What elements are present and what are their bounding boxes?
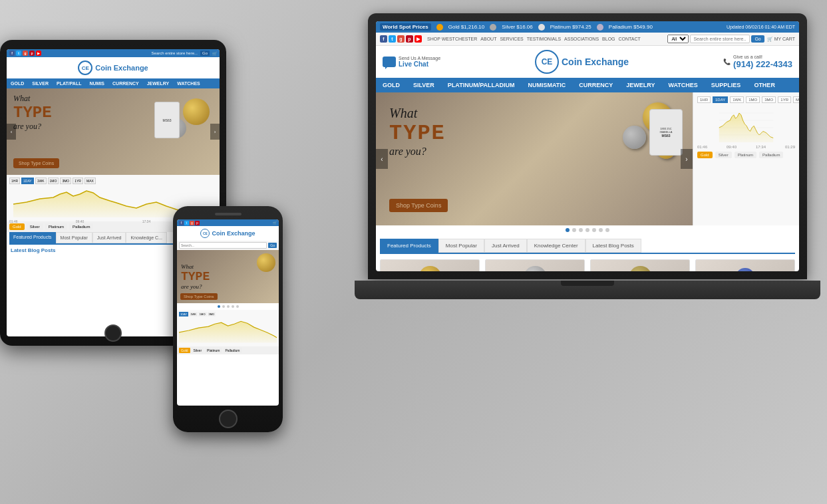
tf-1day[interactable]: 1DAY (713, 96, 728, 103)
tf-3mo[interactable]: 3MO (762, 96, 776, 103)
tab-nav-watches[interactable]: WATCHES (173, 78, 204, 88)
phone-dot-1[interactable] (218, 305, 220, 308)
phone-cart-icon[interactable]: 🛒 (273, 221, 277, 225)
facebook-icon[interactable]: f (380, 35, 387, 43)
tab-tf-3mo[interactable]: 3MO (60, 178, 71, 184)
phone-tf-1mo[interactable]: 1MO (198, 312, 207, 316)
tab-metal-platinum[interactable]: Platinum (45, 223, 67, 230)
nav-numismatic[interactable]: NUMISMATIC (522, 78, 573, 92)
phone-tf-1wk[interactable]: 1WK (189, 312, 198, 316)
tab-knowledge[interactable]: Knowledge Center (527, 239, 585, 253)
phone-metal-gold[interactable]: Gold (179, 348, 190, 353)
tab-tf-1yr[interactable]: 1YR (73, 178, 83, 184)
dot-2[interactable] (572, 228, 576, 232)
metal-palladium-tab[interactable]: Palladium (759, 152, 783, 158)
tablet-go-btn[interactable]: Go (200, 51, 210, 56)
tab-metal-gold[interactable]: Gold (9, 223, 25, 230)
phone-home-button[interactable] (219, 410, 238, 428)
phone-fb-icon[interactable]: f (179, 221, 184, 225)
tab-nav-num[interactable]: NUMIS (85, 78, 108, 88)
phone-metal-platinum[interactable]: Platinum (205, 348, 222, 353)
twitter-icon[interactable]: t (389, 35, 396, 43)
pinterest-icon[interactable]: p (406, 35, 413, 43)
tab-nav-currency[interactable]: CURRENCY (108, 78, 143, 88)
tab-arrived[interactable]: Just Arrived (484, 239, 527, 253)
tablet-shop-btn[interactable]: Shop Type Coins (13, 158, 59, 168)
youtube-icon[interactable]: ▶ (414, 35, 422, 43)
phone-pi-icon[interactable]: p (195, 221, 200, 225)
phone-tf-1day[interactable]: 1DAY (179, 312, 188, 316)
tab-metal-silver[interactable]: Silver (27, 223, 43, 230)
search-go-button[interactable]: Go (751, 35, 764, 43)
metal-platinum-tab[interactable]: Platinum (735, 152, 756, 158)
tab-nav-platinum[interactable]: PLAT/PALL (53, 78, 85, 88)
associations-link[interactable]: ASSOCIATIONS (564, 37, 599, 41)
phone-tf-3mo[interactable]: 3MO (208, 312, 216, 316)
dot-1[interactable] (566, 228, 570, 232)
nav-gold[interactable]: GOLD (376, 78, 407, 92)
tab-pi-icon[interactable]: p (29, 51, 35, 56)
phone-metal-palladium[interactable]: Palladium (224, 348, 242, 353)
live-chat-area[interactable]: Send Us A Message Live Chat (383, 56, 440, 68)
services-link[interactable]: SERVICES (500, 37, 523, 41)
tab-popular[interactable]: Most Popular (438, 239, 484, 253)
nav-other[interactable]: OTHER (747, 78, 782, 92)
tab-prod-arrived[interactable]: Just Arrived (92, 232, 126, 243)
tab-blog[interactable]: Latest Blog Posts (585, 239, 641, 253)
tab-tf-1day[interactable]: 1DAY (21, 178, 34, 184)
phone-dot-5[interactable] (236, 305, 239, 308)
tab-prod-popular[interactable]: Most Popular (56, 232, 92, 243)
shop-link[interactable]: SHOP WESTCHESTER (427, 37, 477, 41)
phone-gp-icon[interactable]: g (190, 221, 194, 225)
nav-jewelry[interactable]: JEWELRY (619, 78, 661, 92)
hero-prev-button[interactable]: ‹ (376, 149, 388, 169)
hero-next-button[interactable]: › (681, 149, 693, 169)
tablet-prev-btn[interactable]: ‹ (7, 124, 16, 140)
dot-7[interactable] (605, 228, 609, 232)
metal-silver-tab[interactable]: Silver (715, 152, 732, 158)
tab-prod-knowledge[interactable]: Knowledge C... (126, 232, 166, 243)
blog-link[interactable]: BLOG (602, 37, 615, 41)
nav-platinum-palladium[interactable]: PLATINUM/PALLADIUM (441, 78, 522, 92)
phone-dot-2[interactable] (222, 305, 225, 308)
tf-max[interactable]: MAX (793, 96, 799, 103)
tab-featured[interactable]: Featured Products (380, 239, 438, 253)
search-category-select[interactable]: All (667, 35, 689, 43)
cart-label[interactable]: MY CART (774, 37, 795, 41)
tab-metal-palladium[interactable]: Palladium (69, 223, 93, 230)
phone-dot-3[interactable] (227, 305, 230, 308)
phone-tw-icon[interactable]: t (184, 221, 189, 225)
contact-link[interactable]: CONTACT (619, 37, 641, 41)
tf-1hr[interactable]: 1HR (697, 96, 711, 103)
tablet-home-button[interactable] (104, 324, 122, 342)
tab-fb-icon[interactable]: f (9, 51, 15, 56)
tab-tw-icon[interactable]: t (16, 51, 21, 56)
tab-yt-icon[interactable]: ▶ (36, 51, 41, 56)
dot-5[interactable] (592, 228, 596, 232)
dot-4[interactable] (585, 228, 589, 232)
logo-text[interactable]: Coin Exchange (562, 57, 629, 67)
tf-1wk[interactable]: 1WK (730, 96, 744, 103)
tablet-cart[interactable]: 🛒 (212, 51, 217, 56)
phone-dot-4[interactable] (232, 305, 234, 308)
dot-3[interactable] (579, 228, 583, 232)
dot-6[interactable] (599, 228, 603, 232)
nav-silver[interactable]: SILVER (407, 78, 441, 92)
phone-shop-btn[interactable]: Shop Type Coins (180, 293, 218, 300)
google-plus-icon[interactable]: g (397, 35, 405, 43)
tab-gp-icon[interactable]: g (23, 51, 28, 56)
phone-metal-silver[interactable]: Silver (192, 348, 204, 353)
tab-tf-max[interactable]: MAX (84, 178, 96, 184)
tab-nav-jewelry[interactable]: JEWELRY (143, 78, 174, 88)
tab-nav-silver[interactable]: SILVER (28, 78, 53, 88)
tab-tf-1mo[interactable]: 1MO (48, 178, 59, 184)
tablet-next-btn[interactable]: › (210, 124, 220, 140)
nav-watches[interactable]: WATCHES (662, 78, 705, 92)
metal-gold-tab[interactable]: Gold (697, 152, 713, 158)
tab-tf-1wk[interactable]: 1WK (35, 178, 47, 184)
tab-tf-1hr[interactable]: 1HR (9, 178, 20, 184)
tab-nav-gold[interactable]: GOLD (7, 78, 28, 88)
tf-1yr[interactable]: 1YR (778, 96, 791, 103)
about-link[interactable]: ABOUT (480, 37, 496, 41)
tab-prod-featured[interactable]: Featured Products (9, 232, 56, 243)
